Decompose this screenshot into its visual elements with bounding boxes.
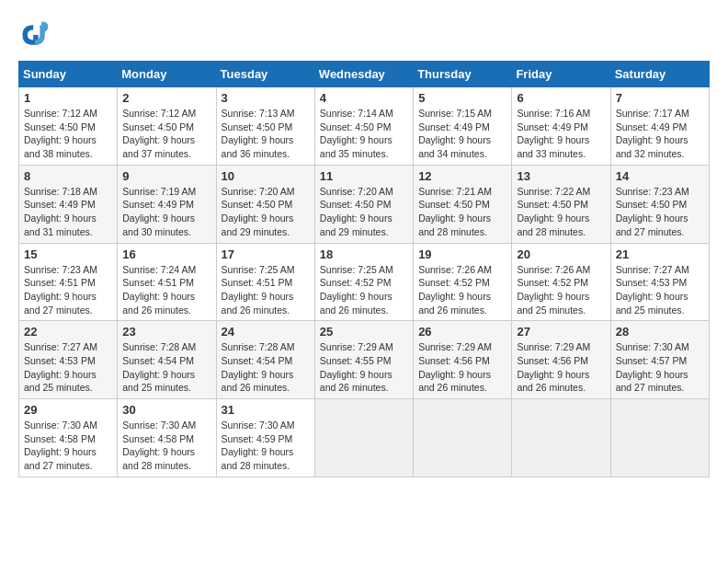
calendar-cell: 19 Sunrise: 7:26 AMSunset: 4:52 PMDaylig… [414,243,512,321]
day-info: Sunrise: 7:30 AMSunset: 4:59 PMDaylight:… [222,419,310,473]
calendar-week-5: 29 Sunrise: 7:30 AMSunset: 4:58 PMDaylig… [19,399,710,477]
calendar-cell [314,399,413,477]
weekday-header-monday: Monday [118,62,216,87]
weekday-header-tuesday: Tuesday [216,62,314,87]
calendar-cell: 10 Sunrise: 7:20 AMSunset: 4:50 PMDaylig… [216,165,314,243]
day-info: Sunrise: 7:28 AMSunset: 4:54 PMDaylight:… [222,340,310,395]
day-info: Sunrise: 7:25 AMSunset: 4:51 PMDaylight:… [222,263,310,317]
day-number: 8 [24,169,112,183]
logo [18,18,55,52]
day-info: Sunrise: 7:20 AMSunset: 4:50 PMDaylight:… [222,185,310,239]
day-number: 13 [517,169,605,183]
calendar-cell: 14 Sunrise: 7:23 AMSunset: 4:50 PMDaylig… [610,165,709,243]
day-info: Sunrise: 7:13 AMSunset: 4:50 PMDaylight:… [222,107,310,161]
calendar-cell: 5 Sunrise: 7:15 AMSunset: 4:49 PMDayligh… [414,87,512,166]
page-header [18,18,710,52]
day-number: 9 [122,169,210,183]
day-info: Sunrise: 7:29 AMSunset: 4:55 PMDaylight:… [320,340,408,395]
day-number: 14 [616,169,704,183]
day-number: 4 [320,91,408,105]
day-info: Sunrise: 7:12 AMSunset: 4:50 PMDaylight:… [24,107,112,161]
day-info: Sunrise: 7:12 AMSunset: 4:50 PMDaylight:… [122,107,210,161]
calendar-body: 1 Sunrise: 7:12 AMSunset: 4:50 PMDayligh… [19,87,710,477]
calendar-week-3: 15 Sunrise: 7:23 AMSunset: 4:51 PMDaylig… [19,243,710,321]
day-number: 28 [616,325,704,339]
calendar-cell: 17 Sunrise: 7:25 AMSunset: 4:51 PMDaylig… [216,243,314,321]
day-number: 29 [24,403,112,417]
day-info: Sunrise: 7:25 AMSunset: 4:52 PMDaylight:… [320,263,408,317]
day-number: 7 [616,91,704,105]
day-number: 31 [222,403,310,417]
calendar-header: SundayMondayTuesdayWednesdayThursdayFrid… [19,62,710,87]
day-number: 10 [222,169,310,183]
day-info: Sunrise: 7:22 AMSunset: 4:50 PMDaylight:… [517,185,605,239]
calendar-table: SundayMondayTuesdayWednesdayThursdayFrid… [18,61,710,477]
calendar-cell: 28 Sunrise: 7:30 AMSunset: 4:57 PMDaylig… [610,321,709,399]
calendar-cell [512,399,610,477]
day-info: Sunrise: 7:27 AMSunset: 4:53 PMDaylight:… [24,340,112,395]
weekday-header-thursday: Thursday [414,62,512,87]
calendar-cell: 23 Sunrise: 7:28 AMSunset: 4:54 PMDaylig… [118,321,216,399]
calendar-week-4: 22 Sunrise: 7:27 AMSunset: 4:53 PMDaylig… [19,321,710,399]
day-info: Sunrise: 7:15 AMSunset: 4:49 PMDaylight:… [418,107,506,161]
day-info: Sunrise: 7:23 AMSunset: 4:50 PMDaylight:… [616,185,704,239]
calendar-cell: 9 Sunrise: 7:19 AMSunset: 4:49 PMDayligh… [118,165,216,243]
day-info: Sunrise: 7:17 AMSunset: 4:49 PMDaylight:… [616,107,704,161]
calendar-cell: 31 Sunrise: 7:30 AMSunset: 4:59 PMDaylig… [216,399,314,477]
day-info: Sunrise: 7:24 AMSunset: 4:51 PMDaylight:… [122,263,210,317]
day-info: Sunrise: 7:30 AMSunset: 4:58 PMDaylight:… [24,419,112,473]
day-info: Sunrise: 7:19 AMSunset: 4:49 PMDaylight:… [122,185,210,239]
calendar-cell: 2 Sunrise: 7:12 AMSunset: 4:50 PMDayligh… [118,87,216,166]
calendar-cell: 25 Sunrise: 7:29 AMSunset: 4:55 PMDaylig… [314,321,413,399]
day-number: 5 [418,91,506,105]
calendar-cell: 13 Sunrise: 7:22 AMSunset: 4:50 PMDaylig… [512,165,610,243]
day-number: 11 [320,169,408,183]
calendar-week-1: 1 Sunrise: 7:12 AMSunset: 4:50 PMDayligh… [19,87,710,166]
calendar-cell: 1 Sunrise: 7:12 AMSunset: 4:50 PMDayligh… [19,87,118,166]
day-number: 2 [122,91,210,105]
day-info: Sunrise: 7:20 AMSunset: 4:50 PMDaylight:… [320,185,408,239]
calendar-week-2: 8 Sunrise: 7:18 AMSunset: 4:49 PMDayligh… [19,165,710,243]
day-number: 19 [418,247,506,261]
logo-icon [18,18,51,52]
calendar-cell: 8 Sunrise: 7:18 AMSunset: 4:49 PMDayligh… [19,165,118,243]
day-number: 30 [122,403,210,417]
day-number: 16 [122,247,210,261]
day-number: 27 [517,325,605,339]
day-info: Sunrise: 7:26 AMSunset: 4:52 PMDaylight:… [418,263,506,317]
calendar-cell [610,399,709,477]
day-number: 15 [24,247,112,261]
day-number: 17 [222,247,310,261]
calendar-cell: 29 Sunrise: 7:30 AMSunset: 4:58 PMDaylig… [19,399,118,477]
calendar-cell: 16 Sunrise: 7:24 AMSunset: 4:51 PMDaylig… [118,243,216,321]
day-info: Sunrise: 7:30 AMSunset: 4:58 PMDaylight:… [122,419,210,473]
day-info: Sunrise: 7:14 AMSunset: 4:50 PMDaylight:… [320,107,408,161]
calendar-cell: 26 Sunrise: 7:29 AMSunset: 4:56 PMDaylig… [414,321,512,399]
calendar-cell: 12 Sunrise: 7:21 AMSunset: 4:50 PMDaylig… [414,165,512,243]
calendar-cell: 7 Sunrise: 7:17 AMSunset: 4:49 PMDayligh… [610,87,709,166]
day-info: Sunrise: 7:28 AMSunset: 4:54 PMDaylight:… [122,340,210,395]
calendar-cell: 15 Sunrise: 7:23 AMSunset: 4:51 PMDaylig… [19,243,118,321]
calendar-cell: 18 Sunrise: 7:25 AMSunset: 4:52 PMDaylig… [314,243,413,321]
calendar-cell: 4 Sunrise: 7:14 AMSunset: 4:50 PMDayligh… [314,87,413,166]
weekday-header-saturday: Saturday [610,62,709,87]
weekday-header-wednesday: Wednesday [314,62,413,87]
day-info: Sunrise: 7:29 AMSunset: 4:56 PMDaylight:… [517,340,605,395]
calendar-cell: 20 Sunrise: 7:26 AMSunset: 4:52 PMDaylig… [512,243,610,321]
day-info: Sunrise: 7:27 AMSunset: 4:53 PMDaylight:… [616,263,704,317]
day-number: 18 [320,247,408,261]
day-number: 25 [320,325,408,339]
day-number: 20 [517,247,605,261]
calendar-cell: 24 Sunrise: 7:28 AMSunset: 4:54 PMDaylig… [216,321,314,399]
day-info: Sunrise: 7:18 AMSunset: 4:49 PMDaylight:… [24,185,112,239]
day-number: 21 [616,247,704,261]
day-info: Sunrise: 7:30 AMSunset: 4:57 PMDaylight:… [616,340,704,395]
calendar-cell: 22 Sunrise: 7:27 AMSunset: 4:53 PMDaylig… [19,321,118,399]
calendar-cell: 3 Sunrise: 7:13 AMSunset: 4:50 PMDayligh… [216,87,314,166]
day-info: Sunrise: 7:26 AMSunset: 4:52 PMDaylight:… [517,263,605,317]
calendar-cell: 21 Sunrise: 7:27 AMSunset: 4:53 PMDaylig… [610,243,709,321]
day-info: Sunrise: 7:23 AMSunset: 4:51 PMDaylight:… [24,263,112,317]
day-info: Sunrise: 7:29 AMSunset: 4:56 PMDaylight:… [418,340,506,395]
day-info: Sunrise: 7:16 AMSunset: 4:49 PMDaylight:… [517,107,605,161]
weekday-header-friday: Friday [512,62,610,87]
